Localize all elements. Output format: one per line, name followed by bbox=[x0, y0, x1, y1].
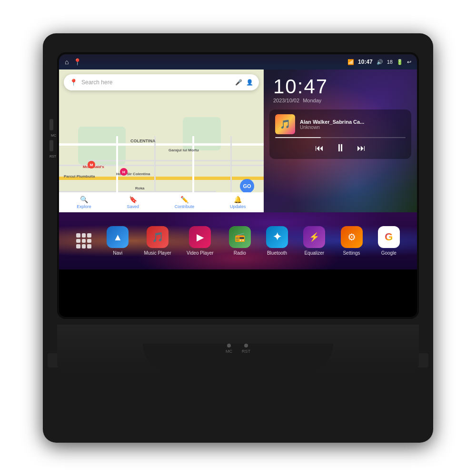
updates-label: Updates bbox=[230, 204, 246, 209]
map-pin-icon: 📍 bbox=[69, 79, 78, 86]
app-grid-button[interactable] bbox=[76, 233, 91, 248]
status-right: 📶 10:47 🔊 18 🔋 ↩ bbox=[347, 59, 411, 65]
navi-icon-bg: ▲ bbox=[107, 226, 129, 248]
bottom-tab-right bbox=[333, 394, 371, 408]
map-updates[interactable]: 🔔 Updates bbox=[230, 196, 246, 209]
map-label-garajul: Garajul lui Mortu bbox=[169, 148, 199, 152]
app-navi[interactable]: ▲ Navi bbox=[107, 226, 129, 256]
apps-section: ▲ Navi 🎵 Music Player bbox=[59, 212, 417, 269]
screen-bezel: ⌂ 📍 📶 10:47 🔊 18 🔋 ↩ bbox=[57, 52, 419, 319]
clock-date: 2023/10/02 Monday bbox=[273, 98, 407, 103]
car-chin: MC RST bbox=[57, 325, 419, 401]
rst-label: RST bbox=[50, 155, 56, 158]
chin-buttons: MC RST bbox=[226, 344, 250, 354]
map-search-text: Search here bbox=[81, 79, 231, 86]
music-info-row: 🎵 Alan Walker_Sabrina Ca... Unknown bbox=[275, 114, 406, 134]
status-time: 10:47 bbox=[358, 59, 373, 65]
radio-icon: 📻 bbox=[235, 232, 245, 242]
wifi-icon: 📶 bbox=[347, 59, 354, 65]
apps-grid: ▲ Navi 🎵 Music Player bbox=[59, 212, 417, 269]
status-bar: ⌂ 📍 📶 10:47 🔊 18 🔋 ↩ bbox=[59, 54, 417, 69]
settings-label: Settings bbox=[343, 250, 360, 256]
grid-dot-1 bbox=[76, 233, 80, 238]
grid-dot-6 bbox=[87, 239, 91, 243]
grid-dot-5 bbox=[82, 239, 86, 243]
settings-icon-bg: ⚙ bbox=[341, 226, 363, 248]
rst-button[interactable] bbox=[50, 140, 53, 151]
map-search-bar[interactable]: 📍 Search here 🎤 👤 bbox=[64, 74, 259, 90]
back-icon[interactable]: ↩ bbox=[407, 59, 411, 65]
map-background: COLENTINA McDonald's Hotel Sir Colentina… bbox=[59, 69, 264, 212]
settings-icon: ⚙ bbox=[347, 231, 356, 243]
navi-label: Navi bbox=[113, 250, 122, 256]
rst-button-area[interactable]: RST bbox=[242, 344, 250, 354]
music-player-icon-bg: 🎵 bbox=[147, 226, 169, 248]
contribute-icon: ✏️ bbox=[180, 196, 188, 203]
music-album-art: 🎵 bbox=[275, 114, 295, 134]
map-profile-icon[interactable]: 👤 bbox=[246, 79, 253, 86]
mc-dot[interactable] bbox=[227, 344, 231, 347]
main-screen: ⌂ 📍 📶 10:47 🔊 18 🔋 ↩ bbox=[59, 54, 417, 317]
status-left: ⌂ 📍 bbox=[65, 58, 81, 66]
app-video-player[interactable]: ▶ Video Player bbox=[187, 226, 214, 256]
mic-button[interactable] bbox=[50, 119, 53, 130]
bluetooth-icon-bg: ✦ bbox=[266, 226, 288, 248]
app-google[interactable]: G Google bbox=[378, 226, 400, 256]
clock-time: 10:47 bbox=[273, 77, 407, 97]
music-next-button[interactable]: ⏭ bbox=[357, 143, 366, 153]
equalizer-icon: ⚡ bbox=[309, 232, 319, 242]
google-label: Google bbox=[381, 250, 397, 256]
grid-dot-3 bbox=[87, 233, 91, 238]
radio-label: Radio bbox=[234, 250, 246, 256]
navi-icon: ▲ bbox=[113, 232, 122, 243]
nav-icon[interactable]: 📍 bbox=[73, 58, 81, 66]
app-equalizer[interactable]: ⚡ Equalizer bbox=[303, 226, 325, 256]
rst-dot[interactable] bbox=[244, 344, 248, 347]
main-content: COLENTINA McDonald's Hotel Sir Colentina… bbox=[59, 69, 417, 317]
volume-icon: 🔊 bbox=[377, 59, 383, 65]
explore-icon: 🔍 bbox=[80, 196, 88, 203]
equalizer-label: Equalizer bbox=[304, 250, 324, 256]
rst-label-chin: RST bbox=[242, 349, 250, 354]
map-go-marker[interactable]: GO bbox=[240, 179, 254, 193]
info-panel: 10:47 2023/10/02 Monday 🎵 Alan bbox=[264, 69, 417, 212]
map-label-roka: Roka bbox=[135, 186, 145, 190]
music-player-label: Music Player bbox=[144, 250, 171, 256]
clock-section: 10:47 2023/10/02 Monday bbox=[264, 69, 417, 106]
updates-icon: 🔔 bbox=[234, 196, 242, 203]
grid-dot-8 bbox=[82, 244, 86, 248]
map-label-colentina: COLENTINA bbox=[130, 139, 156, 143]
music-controls: ⏮ ⏸ ⏭ bbox=[275, 142, 406, 154]
video-player-label: Video Player bbox=[187, 250, 214, 256]
map-saved[interactable]: 🔖 Saved bbox=[127, 196, 139, 209]
map-section[interactable]: COLENTINA McDonald's Hotel Sir Colentina… bbox=[59, 69, 264, 212]
google-icon: G bbox=[385, 231, 393, 243]
app-settings[interactable]: ⚙ Settings bbox=[341, 226, 363, 256]
home-icon[interactable]: ⌂ bbox=[65, 58, 69, 66]
grid-dot-9 bbox=[87, 244, 91, 248]
map-explore[interactable]: 🔍 Explore bbox=[77, 196, 91, 209]
saved-icon: 🔖 bbox=[129, 196, 137, 203]
battery-icon: 🔋 bbox=[397, 59, 403, 65]
music-player-icon: 🎵 bbox=[152, 231, 164, 243]
contribute-label: Contribute bbox=[175, 204, 195, 209]
music-prev-button[interactable]: ⏮ bbox=[315, 143, 324, 153]
mc-button-area[interactable]: MC bbox=[226, 344, 232, 354]
music-pause-button[interactable]: ⏸ bbox=[335, 142, 346, 154]
google-icon-bg: G bbox=[378, 226, 400, 248]
grid-dot-2 bbox=[82, 233, 86, 238]
music-title: Alan Walker_Sabrina Ca... bbox=[300, 119, 406, 125]
top-section: COLENTINA McDonald's Hotel Sir Colentina… bbox=[59, 69, 417, 212]
map-bottom-nav: 🔍 Explore 🔖 Saved ✏️ Contribute bbox=[59, 192, 264, 212]
explore-label: Explore bbox=[77, 204, 91, 209]
bluetooth-icon: ✦ bbox=[273, 231, 281, 243]
bottom-tab-left bbox=[105, 394, 143, 408]
app-music-player[interactable]: 🎵 Music Player bbox=[144, 226, 171, 256]
map-mic-icon[interactable]: 🎤 bbox=[235, 79, 242, 86]
music-progress-bar[interactable] bbox=[275, 137, 406, 138]
music-widget: 🎵 Alan Walker_Sabrina Ca... Unknown bbox=[269, 109, 411, 159]
app-bluetooth[interactable]: ✦ Bluetooth bbox=[266, 226, 288, 256]
map-contribute[interactable]: ✏️ Contribute bbox=[175, 196, 195, 209]
saved-label: Saved bbox=[127, 204, 139, 209]
app-radio[interactable]: 📻 Radio bbox=[229, 226, 251, 256]
